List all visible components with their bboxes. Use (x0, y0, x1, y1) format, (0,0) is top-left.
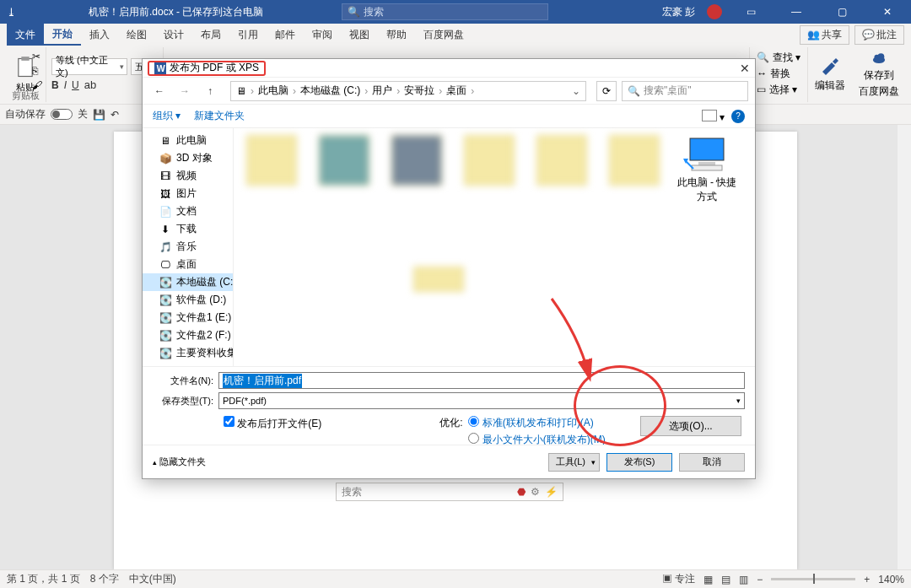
folder-item[interactable] (603, 135, 666, 204)
tab-draw[interactable]: 绘图 (118, 24, 155, 46)
flash-icon[interactable]: ⚡ (545, 486, 558, 498)
chevron-down-icon[interactable]: ⌄ (572, 85, 580, 97)
optimize-standard-radio[interactable]: 标准(联机发布和打印)(A) (468, 416, 606, 430)
folder-item[interactable] (531, 135, 593, 204)
help-button[interactable]: ? (731, 110, 745, 123)
tab-home[interactable]: 开始 (44, 24, 81, 46)
tab-baidu[interactable]: 百度网盘 (415, 24, 472, 46)
find-button[interactable]: 🔍 查找 ▾ (757, 51, 800, 65)
nav-up-button[interactable]: ↑ (200, 81, 220, 101)
italic-icon[interactable]: I (64, 78, 67, 91)
nav-back-button[interactable]: ← (149, 81, 170, 101)
sidebar-item: 💽文件盘2 (F:) (143, 326, 233, 344)
sidebar-item: ⬇下载 (143, 220, 233, 238)
options-button[interactable]: 选项(O)... (640, 416, 741, 436)
share-button[interactable]: 👥共享 (800, 25, 849, 45)
sidebar-item: 🎞视频 (143, 167, 233, 185)
save-icon[interactable]: 💾 (93, 109, 105, 121)
document-title: 机密！启用前.docx - 已保存到这台电脑 (89, 5, 263, 19)
file-pane[interactable]: 此电脑 - 快捷方式 (234, 128, 755, 366)
view-web-icon[interactable]: ▥ (739, 574, 748, 585)
tab-layout[interactable]: 布局 (192, 24, 229, 46)
strike-icon[interactable]: ab (84, 78, 96, 91)
underline-icon[interactable]: U (72, 78, 79, 91)
close-window-button[interactable]: ✕ (871, 0, 904, 24)
titlebar: ⤓ 机密！启用前.docx - 已保存到这台电脑 🔍 搜索 宏豪 彭 ▭ — ▢… (0, 0, 911, 24)
tab-review[interactable]: 审阅 (304, 24, 341, 46)
nav-forward-button[interactable]: → (175, 81, 195, 101)
autosave-label: 自动保存 (5, 107, 46, 121)
sidebar-item: 📄文档 (143, 202, 233, 220)
folder-item[interactable] (458, 135, 520, 204)
pc-shortcut-item[interactable]: 此电脑 - 快捷方式 (676, 135, 738, 204)
breadcrumb[interactable]: 🖥 ›此电脑 ›本地磁盘 (C:) ›用户 ›安哥拉 ›桌面 › ⌄ (230, 81, 586, 101)
view-read-icon[interactable]: ▤ (721, 574, 730, 585)
font-name-combo[interactable]: 等线 (中文正文) (51, 58, 127, 75)
cut-icon[interactable]: ✂ (32, 51, 42, 62)
tab-mailings[interactable]: 邮件 (267, 24, 304, 46)
dialog-nav: ← → ↑ 🖥 ›此电脑 ›本地磁盘 (C:) ›用户 ›安哥拉 ›桌面 › ⌄… (143, 78, 755, 105)
sidebar-item-selected: 💽本地磁盘 (C:) (143, 273, 233, 291)
cancel-button[interactable]: 取消 (679, 453, 745, 472)
tab-view[interactable]: 视图 (341, 24, 378, 46)
svg-rect-0 (19, 59, 32, 77)
focus-mode[interactable]: ▣ 专注 (662, 572, 695, 586)
bolt-icon[interactable]: ⬣ (517, 486, 526, 498)
word-icon: W (154, 62, 166, 74)
tab-design[interactable]: 设计 (155, 24, 192, 46)
autosave-toggle[interactable] (51, 109, 73, 120)
dialog-sidebar[interactable]: 🖥此电脑 📦3D 对象 🎞视频 🖼图片 📄文档 ⬇下载 🎵音乐 🖵桌面 💽本地磁… (143, 128, 234, 366)
refresh-button[interactable]: ⟳ (596, 81, 617, 101)
zoom-in-button[interactable]: + (864, 574, 870, 585)
title-search[interactable]: 🔍 搜索 (342, 3, 548, 20)
tab-file[interactable]: 文件 (7, 24, 44, 46)
ribbon-options-icon[interactable]: ▭ (734, 0, 768, 24)
new-folder-button[interactable]: 新建文件夹 (194, 109, 245, 123)
bottom-search[interactable]: 搜索 ⬣ ⚙ ⚡ (336, 483, 563, 501)
copy-icon[interactable]: ⎘ (32, 65, 42, 77)
statusbar: 第 1 页，共 1 页 8 个字 中文(中国) ▣ 专注 ▦ ▤ ▥ − + 1… (0, 569, 911, 588)
open-after-checkbox[interactable]: 发布后打开文件(E) (224, 416, 321, 431)
language[interactable]: 中文(中国) (129, 572, 176, 586)
view-print-icon[interactable]: ▦ (703, 574, 713, 585)
folder-item[interactable] (407, 267, 470, 292)
savetype-label: 保存类型(T): (153, 395, 218, 407)
savetype-combo[interactable]: PDF(*.pdf) (218, 392, 745, 409)
undo-icon[interactable]: ↶ (111, 109, 119, 121)
user-name[interactable]: 宏豪 彭 (662, 5, 695, 19)
folder-item[interactable] (385, 135, 448, 204)
organize-button[interactable]: 组织 ▾ (153, 109, 181, 123)
minimize-button[interactable]: — (779, 0, 813, 24)
zoom-level[interactable]: 140% (878, 574, 904, 585)
tab-help[interactable]: 帮助 (378, 24, 415, 46)
dialog-close-button[interactable]: ✕ (740, 62, 750, 75)
menu-tabs: 文件 开始 插入 绘图 设计 布局 引用 邮件 审阅 视图 帮助 百度网盘 👥共… (0, 24, 911, 46)
cloud-icon (869, 51, 889, 67)
dialog-search[interactable]: 🔍 搜索"桌面" (622, 81, 748, 101)
view-mode-button[interactable] (702, 110, 717, 121)
word-count[interactable]: 8 个字 (90, 572, 119, 586)
bold-icon[interactable]: B (51, 78, 59, 91)
vertical-scrollbar[interactable] (898, 125, 911, 569)
autosave-indicator: ⤓ (7, 6, 16, 19)
save-baidu-button[interactable]: 保存到 百度网盘 保存 (852, 47, 906, 102)
comments-button[interactable]: 💬批注 (854, 25, 904, 45)
tab-references[interactable]: 引用 (229, 24, 267, 46)
gear-icon[interactable]: ⚙ (531, 486, 540, 498)
hide-folders-button[interactable]: 隐藏文件夹 (153, 456, 206, 468)
folder-item[interactable] (313, 135, 375, 204)
zoom-out-button[interactable]: − (757, 574, 763, 585)
search-icon: 🔍 (348, 6, 360, 18)
replace-button[interactable]: ↔ 替换 (757, 67, 800, 81)
sidebar-item: 💽主要资料收集 (G: (143, 344, 233, 362)
publish-button[interactable]: 发布(S) (606, 453, 672, 472)
save-dialog: W 发布为 PDF 或 XPS ✕ ← → ↑ 🖥 ›此电脑 ›本地磁盘 (C:… (142, 58, 756, 479)
tools-combo[interactable]: 工具(L) (548, 453, 600, 472)
filename-input[interactable]: 机密！启用前.pdf (218, 372, 745, 389)
zoom-slider[interactable] (771, 578, 855, 580)
page-info[interactable]: 第 1 页，共 1 页 (7, 572, 80, 586)
maximize-button[interactable]: ▢ (825, 0, 859, 24)
tab-insert[interactable]: 插入 (81, 24, 118, 46)
user-avatar[interactable] (707, 4, 722, 19)
folder-item[interactable] (240, 135, 303, 204)
